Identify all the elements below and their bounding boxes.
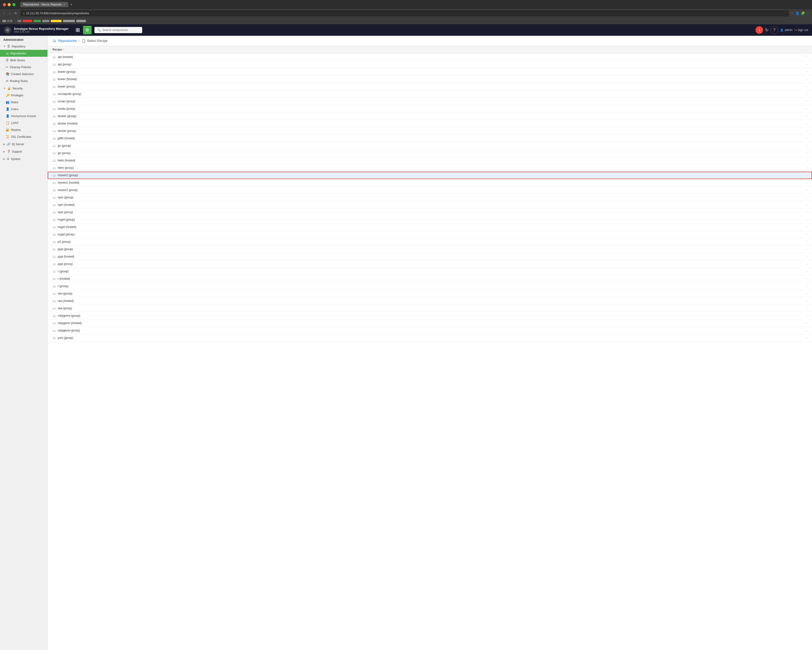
bookmark-item-apps[interactable]: 应用: [2, 19, 12, 23]
bookmark-item-7[interactable]: [76, 20, 86, 22]
bookmark-item-6[interactable]: [63, 20, 75, 22]
table-row[interactable]: 🗂 docker (group) ›: [48, 113, 812, 120]
close-button[interactable]: [3, 3, 6, 6]
sidebar-item-ldap[interactable]: 📋 LDAP: [0, 119, 47, 126]
alert-button[interactable]: !: [756, 26, 763, 34]
address-input[interactable]: ⚠ 10.211.55.74:8081/#admin/repository/re…: [20, 10, 789, 17]
search-box[interactable]: 🔍: [95, 27, 142, 33]
table-row[interactable]: 🗂 r (group) ›: [48, 268, 812, 275]
table-row[interactable]: 🗂 docker (hosted) ›: [48, 120, 812, 127]
forward-button[interactable]: ›: [8, 11, 11, 16]
row-label: rubygems (group): [58, 314, 806, 317]
row-label: pypi (hosted): [58, 255, 806, 258]
profile-icon[interactable]: 👤: [795, 11, 799, 15]
search-input[interactable]: [102, 28, 139, 32]
reload-button[interactable]: ↻: [13, 11, 18, 16]
sidebar-group-security-header[interactable]: ▼ 🔒 Security: [0, 85, 47, 92]
table-row[interactable]: 🗂 maven2 (hosted) ›: [48, 179, 812, 186]
table-row[interactable]: 🗂 nuget (hosted) ›: [48, 224, 812, 231]
sidebar-group-system-header[interactable]: ▶ ⚙ System: [0, 155, 47, 162]
table-row[interactable]: 🗂 bower (group) ›: [48, 68, 812, 76]
maximize-button[interactable]: [12, 3, 15, 6]
sidebar-item-realms[interactable]: 🔐 Realms: [0, 126, 47, 133]
sidebar-item-blob-stores[interactable]: 🗄 Blob Stores: [0, 57, 47, 64]
bookmark-item-5[interactable]: [51, 20, 61, 22]
bookmark-icon[interactable]: ☆: [791, 11, 794, 15]
sidebar-group-repository-header[interactable]: ▼ 🗄 Repository: [0, 43, 47, 50]
bookmark-item-4[interactable]: [42, 20, 49, 22]
table-row[interactable]: 🗂 rubygems (group) ›: [48, 312, 812, 320]
table-header: Recipe ↑: [48, 46, 812, 53]
table-row[interactable]: 🗂 bower (hosted) ›: [48, 76, 812, 83]
minimize-button[interactable]: [8, 3, 11, 6]
bookmark-item-1[interactable]: [17, 20, 21, 22]
table-row[interactable]: 🗂 pypi (proxy) ›: [48, 260, 812, 268]
sidebar-item-content-selectors[interactable]: 📚 Content Selectors: [0, 71, 47, 78]
sidebar-item-cleanup-policies[interactable]: ✏ Cleanup Policies: [0, 64, 47, 71]
sidebar-item-routing-rules[interactable]: ⇄ Routing Rules: [0, 78, 47, 84]
table-row[interactable]: 🗂 helm (hosted) ›: [48, 157, 812, 164]
breadcrumb-separator: /: [79, 39, 80, 43]
table-row[interactable]: 🗂 p2 (proxy) ›: [48, 238, 812, 246]
table-row[interactable]: 🗂 r (proxy) ›: [48, 283, 812, 290]
table-row[interactable]: 🗂 conda (proxy) ›: [48, 105, 812, 113]
table-row[interactable]: 🗂 npm (proxy) ›: [48, 209, 812, 216]
table-row[interactable]: 🗂 pypi (hosted) ›: [48, 253, 812, 260]
new-tab-button[interactable]: +: [70, 2, 72, 7]
table-row[interactable]: 🗂 apt (proxy) ›: [48, 61, 812, 68]
table-row[interactable]: 🗂 conan (proxy) ›: [48, 98, 812, 105]
table-row[interactable]: 🗂 maven2 (group) ›: [48, 172, 812, 179]
table-row[interactable]: 🗂 r (hosted) ›: [48, 275, 812, 283]
table-row[interactable]: 🗂 nuget (group) ›: [48, 216, 812, 224]
admin-icon-button[interactable]: [83, 26, 92, 34]
table-row[interactable]: 🗂 raw (hosted) ›: [48, 297, 812, 305]
table-row[interactable]: 🗂 gitlfs (hosted) ›: [48, 135, 812, 142]
table-row[interactable]: 🗂 maven2 (proxy) ›: [48, 186, 812, 194]
sidebar-item-anonymous-access[interactable]: 👤 Anonymous Access: [0, 113, 47, 119]
sidebar-group-iq-server-header[interactable]: ▶ 🔗 IQ Server: [0, 141, 47, 148]
menu-icon[interactable]: ⋮: [806, 11, 810, 15]
sidebar-item-privileges[interactable]: 🔑 Privileges: [0, 92, 47, 99]
row-icon: 🗂: [52, 166, 56, 170]
table-row[interactable]: 🗂 raw (proxy) ›: [48, 305, 812, 312]
table-row[interactable]: 🗂 go (group) ›: [48, 142, 812, 149]
sidebar-item-ssl-certificates[interactable]: 📜 SSL Certificates: [0, 133, 47, 140]
back-button[interactable]: ‹: [2, 11, 6, 16]
table-row[interactable]: 🗂 apt (hosted) ›: [48, 53, 812, 61]
table-row[interactable]: 🗂 docker (proxy) ›: [48, 127, 812, 135]
active-tab[interactable]: Repositories - Nexus Reposito ✕: [20, 2, 68, 7]
help-button[interactable]: ?: [771, 26, 778, 34]
tab-close-icon[interactable]: ✕: [63, 3, 66, 6]
sign-out-button[interactable]: ↪ Sign out: [794, 28, 808, 32]
row-label: helm (hosted): [58, 159, 806, 162]
table-row[interactable]: 🗂 npm (group) ›: [48, 194, 812, 201]
row-label: bower (group): [58, 70, 806, 73]
table-row[interactable]: 🗂 rubygems (hosted) ›: [48, 320, 812, 327]
table-row[interactable]: 🗂 raw (group) ›: [48, 290, 812, 297]
table-row[interactable]: 🗂 cocoapods (proxy) ›: [48, 90, 812, 98]
browse-icon-button[interactable]: [73, 26, 82, 34]
table-row[interactable]: 🗂 rubygems (proxy) ›: [48, 327, 812, 334]
sidebar-item-repositories[interactable]: 🗂 Repositories: [0, 50, 47, 57]
user-button[interactable]: 👤 admin: [780, 28, 792, 32]
signout-icon: ↪: [794, 28, 797, 32]
bookmark-item-3[interactable]: [34, 20, 41, 22]
column-header-recipe[interactable]: Recipe ↑: [52, 48, 807, 51]
row-icon: 🗂: [52, 92, 56, 96]
traffic-lights: [3, 3, 15, 6]
bookmark-item-2[interactable]: [23, 20, 32, 22]
sidebar-group-support-header[interactable]: ▶ ❓ Support: [0, 148, 47, 155]
table-row[interactable]: 🗂 go (proxy) ›: [48, 149, 812, 157]
row-icon: 🗂: [52, 188, 56, 192]
table-row[interactable]: 🗂 pypi (group) ›: [48, 246, 812, 253]
extensions-icon[interactable]: 🧩: [801, 11, 805, 15]
sidebar-item-users[interactable]: 👤 Users: [0, 106, 47, 113]
refresh-button[interactable]: ↻: [765, 27, 769, 33]
sidebar-item-roles[interactable]: 👥 Roles: [0, 99, 47, 106]
table-row[interactable]: 🗂 bower (proxy) ›: [48, 83, 812, 90]
table-row[interactable]: 🗂 helm (proxy) ›: [48, 164, 812, 172]
table-row[interactable]: 🗂 nuget (proxy) ›: [48, 231, 812, 238]
table-row[interactable]: 🗂 npm (hosted) ›: [48, 201, 812, 209]
breadcrumb-root-link[interactable]: Repositories: [58, 39, 77, 43]
table-row[interactable]: 🗂 yum (group) ›: [48, 334, 812, 342]
